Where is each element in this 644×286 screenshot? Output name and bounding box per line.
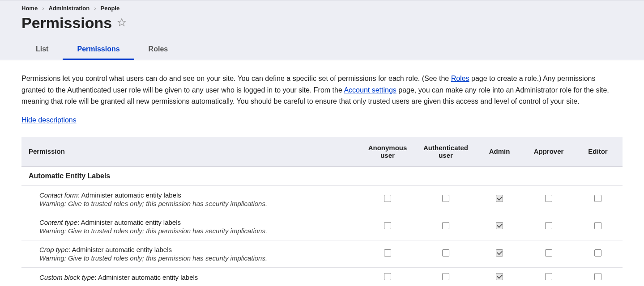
breadcrumb-item-administration[interactable]: Administration bbox=[48, 5, 90, 12]
permission-warning: Warning: Give to trusted roles only; thi… bbox=[39, 227, 355, 235]
table-row: Crop type: Administer automatic entity l… bbox=[21, 240, 623, 267]
checkbox-anonymous[interactable] bbox=[384, 249, 391, 257]
checkbox-cell-anonymous bbox=[358, 267, 417, 286]
checkbox-authenticated[interactable] bbox=[442, 249, 449, 257]
permission-label: Custom block type: Administer automatic … bbox=[39, 273, 355, 281]
col-header-authenticated: Authenticated user bbox=[417, 137, 475, 167]
permission-name-cell: Custom block type: Administer automatic … bbox=[21, 267, 358, 286]
tab-list[interactable]: List bbox=[21, 41, 63, 60]
hide-descriptions-link[interactable]: Hide descriptions bbox=[21, 116, 77, 124]
checkbox-cell-editor bbox=[573, 185, 623, 213]
checkbox-cell-admin bbox=[475, 267, 524, 286]
checkbox-anonymous[interactable] bbox=[384, 273, 391, 280]
permission-suffix: : Administer automatic entity labels bbox=[77, 219, 181, 226]
checkbox-authenticated[interactable] bbox=[442, 273, 449, 280]
checkbox-editor[interactable] bbox=[594, 222, 601, 229]
table-row: Content type: Administer automatic entit… bbox=[21, 213, 623, 240]
breadcrumb-item-home[interactable]: Home bbox=[21, 5, 38, 12]
checkbox-approver[interactable] bbox=[545, 195, 552, 202]
svg-marker-0 bbox=[118, 19, 126, 26]
checkbox-cell-authenticated bbox=[417, 240, 475, 267]
checkbox-cell-authenticated bbox=[417, 213, 475, 240]
permission-group-label: Automatic Entity Labels bbox=[21, 166, 623, 185]
permission-name-cell: Contact form: Administer automatic entit… bbox=[21, 185, 358, 213]
checkbox-cell-anonymous bbox=[358, 185, 417, 213]
permission-name-cell: Crop type: Administer automatic entity l… bbox=[21, 240, 358, 267]
permission-entity-name: Contact form bbox=[39, 191, 78, 199]
permission-entity-name: Crop type bbox=[39, 246, 68, 253]
checkbox-approver[interactable] bbox=[545, 249, 552, 257]
tab-permissions[interactable]: Permissions bbox=[63, 41, 134, 60]
checkbox-admin[interactable] bbox=[496, 249, 503, 257]
checkbox-authenticated[interactable] bbox=[442, 195, 449, 202]
page-title-row: Permissions bbox=[21, 14, 623, 41]
checkbox-cell-admin bbox=[475, 213, 524, 240]
permission-name-cell: Content type: Administer automatic entit… bbox=[21, 213, 358, 240]
checkbox-cell-authenticated bbox=[417, 185, 475, 213]
roles-link[interactable]: Roles bbox=[451, 75, 469, 82]
checkbox-authenticated[interactable] bbox=[442, 222, 449, 229]
checkbox-cell-approver bbox=[524, 185, 573, 213]
breadcrumb-item-people[interactable]: People bbox=[101, 5, 120, 12]
chevron-right-icon: › bbox=[94, 5, 96, 12]
permission-warning: Warning: Give to trusted roles only; thi… bbox=[39, 200, 355, 207]
checkbox-approver[interactable] bbox=[545, 273, 552, 280]
checkbox-cell-admin bbox=[475, 185, 524, 213]
checkbox-cell-approver bbox=[524, 213, 573, 240]
table-header-row: Permission Anonymous user Authenticated … bbox=[21, 137, 623, 167]
permission-label: Crop type: Administer automatic entity l… bbox=[39, 246, 355, 253]
checkbox-cell-approver bbox=[524, 267, 573, 286]
checkbox-cell-anonymous bbox=[358, 240, 417, 267]
permission-label: Content type: Administer automatic entit… bbox=[39, 219, 355, 226]
col-header-permission: Permission bbox=[21, 137, 358, 167]
checkbox-cell-admin bbox=[475, 240, 524, 267]
chevron-right-icon: › bbox=[42, 5, 44, 12]
permissions-table: Permission Anonymous user Authenticated … bbox=[21, 137, 623, 286]
permission-group-row: Automatic Entity Labels bbox=[21, 166, 623, 185]
permission-warning: Warning: Give to trusted roles only; thi… bbox=[39, 254, 355, 262]
page-title: Permissions bbox=[21, 14, 112, 32]
checkbox-anonymous[interactable] bbox=[384, 195, 391, 202]
checkbox-editor[interactable] bbox=[594, 249, 601, 257]
checkbox-approver[interactable] bbox=[545, 222, 552, 229]
col-header-approver: Approver bbox=[524, 137, 573, 167]
checkbox-admin[interactable] bbox=[496, 222, 503, 229]
checkbox-cell-anonymous bbox=[358, 213, 417, 240]
permission-suffix: : Administer automatic entity labels bbox=[68, 246, 172, 253]
checkbox-editor[interactable] bbox=[594, 195, 601, 202]
permission-entity-name: Custom block type bbox=[39, 273, 94, 281]
checkbox-cell-editor bbox=[573, 240, 623, 267]
header-region: Home › Administration › People Permissio… bbox=[0, 0, 644, 60]
table-row: Custom block type: Administer automatic … bbox=[21, 267, 623, 286]
col-header-editor: Editor bbox=[573, 137, 623, 167]
checkbox-editor[interactable] bbox=[594, 273, 601, 280]
checkbox-cell-authenticated bbox=[417, 267, 475, 286]
checkbox-admin[interactable] bbox=[496, 273, 503, 280]
tabs: List Permissions Roles bbox=[21, 41, 623, 60]
col-header-anonymous: Anonymous user bbox=[358, 137, 417, 167]
tab-roles[interactable]: Roles bbox=[134, 41, 183, 60]
permission-label: Contact form: Administer automatic entit… bbox=[39, 191, 355, 199]
main-content: Permissions let you control what users c… bbox=[0, 60, 644, 286]
permission-suffix: : Administer automatic entity labels bbox=[94, 273, 198, 281]
star-icon[interactable] bbox=[117, 18, 126, 28]
col-header-admin: Admin bbox=[475, 137, 524, 167]
checkbox-cell-editor bbox=[573, 213, 623, 240]
checkbox-anonymous[interactable] bbox=[384, 222, 391, 229]
breadcrumb: Home › Administration › People bbox=[21, 5, 623, 14]
intro-text-part1: Permissions let you control what users c… bbox=[21, 75, 451, 82]
checkbox-cell-approver bbox=[524, 240, 573, 267]
table-row: Contact form: Administer automatic entit… bbox=[21, 185, 623, 213]
permission-suffix: : Administer automatic entity labels bbox=[78, 191, 181, 199]
intro-paragraph: Permissions let you control what users c… bbox=[21, 73, 621, 107]
checkbox-admin[interactable] bbox=[496, 195, 503, 202]
account-settings-link[interactable]: Account settings bbox=[344, 86, 396, 94]
permission-entity-name: Content type bbox=[39, 219, 77, 226]
checkbox-cell-editor bbox=[573, 267, 623, 286]
